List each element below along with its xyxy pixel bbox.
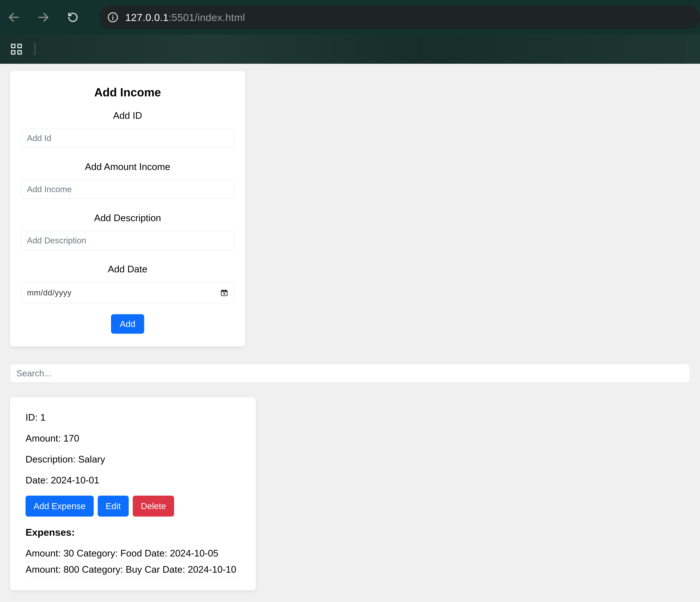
svg-marker-6 [223,293,226,295]
divider [35,43,35,56]
record-actions: Add Expense Edit Delete [26,496,240,517]
expense-line: Amount: 30 Category: Food Date: 2024-10-… [26,545,240,561]
amount-input[interactable] [21,180,234,199]
browser-toolbar: i 127.0.0.1:5501/index.html [0,0,700,35]
income-card-1: ID: 1 Amount: 170 Description: Salary Da… [10,397,256,590]
date-input[interactable]: mm/dd/yyyy [21,282,234,303]
expense-line: Amount: 800 Category: Buy Car Date: 2024… [26,561,240,578]
description-label: Add Description [21,212,234,223]
info-glyph: i [112,13,114,22]
url-bar[interactable]: i 127.0.0.1:5501/index.html [100,5,700,29]
back-icon[interactable] [7,11,20,24]
forward-icon[interactable] [37,11,50,24]
amount-label: Add Amount Income [21,161,234,172]
bookmarks-bar [0,35,700,64]
add-expense-button[interactable]: Add Expense [26,496,94,517]
svg-rect-3 [221,290,227,292]
id-label: Add ID [21,110,234,121]
reload-icon[interactable] [66,11,79,24]
date-placeholder: mm/dd/yyyy [27,288,72,297]
calendar-icon[interactable] [220,289,228,297]
site-info-icon[interactable]: i [108,12,118,22]
url-text: 127.0.0.1:5501/index.html [125,11,245,23]
id-input[interactable] [21,129,234,148]
add-income-card: Add Income Add ID Add Amount Income Add … [10,71,245,346]
date-label: Add Date [21,264,234,274]
search-input[interactable] [10,364,690,383]
record-date: Date: 2024-10-01 [26,475,240,486]
search-section [10,364,690,383]
record-amount: Amount: 170 [26,433,240,444]
form-title: Add Income [21,86,234,99]
description-input[interactable] [21,231,234,250]
add-button[interactable]: Add [111,314,144,334]
edit-button[interactable]: Edit [98,496,129,517]
record-id: ID: 1 [26,412,240,423]
browser-chrome: i 127.0.0.1:5501/index.html [0,0,700,64]
delete-button[interactable]: Delete [133,496,174,517]
record-description: Description: Salary [26,454,240,465]
apps-icon[interactable] [11,44,22,55]
expenses-title: Expenses: [26,527,240,538]
page-body: Add Income Add ID Add Amount Income Add … [0,64,700,602]
